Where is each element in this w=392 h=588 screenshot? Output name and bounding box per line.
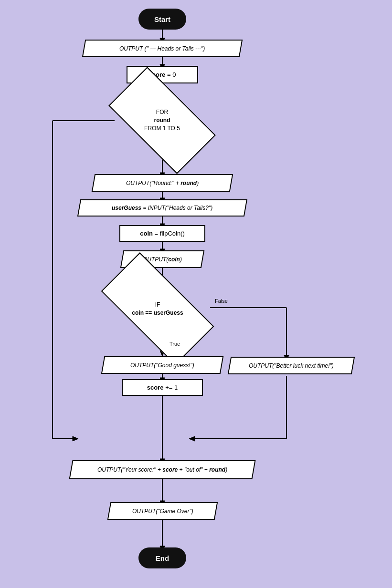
start-terminal: Start <box>138 9 186 30</box>
output4-io: OUTPUT("Good guess!") <box>101 356 224 374</box>
true-label: True <box>170 341 180 347</box>
input1-io: userGuess = INPUT("Heads or Tails?") <box>77 199 247 217</box>
output1-io: OUTPUT (" --- Heads or Tails ---") <box>82 40 243 57</box>
svg-marker-25 <box>189 436 195 441</box>
if-diamond: IFcoin == userGuess <box>105 281 210 336</box>
output6-io: OUTPUT("Your score:" + score + "out of" … <box>69 460 255 479</box>
false-label: False <box>215 298 228 304</box>
output5-io: OUTPUT("Better luck next time!") <box>228 357 355 374</box>
flipcoin-process: coin = flipCoin() <box>119 225 205 242</box>
flowchart: Start OUTPUT (" --- Heads or Tails ---")… <box>0 0 392 588</box>
end-terminal: End <box>138 547 186 568</box>
score-increment-process: score += 1 <box>122 379 203 396</box>
svg-marker-36 <box>73 436 78 441</box>
output7-io: OUTPUT("Game Over") <box>107 502 218 520</box>
output2-io: OUTPUT("Round:" + round) <box>92 174 233 192</box>
for-loop-diamond: FORroundFROM 1 TO 5 <box>114 93 211 148</box>
